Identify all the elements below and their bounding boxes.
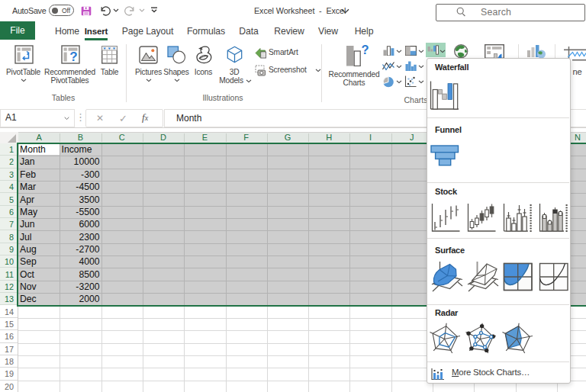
svg-text:?: ? <box>361 43 369 56</box>
svg-text:?: ? <box>69 50 77 64</box>
